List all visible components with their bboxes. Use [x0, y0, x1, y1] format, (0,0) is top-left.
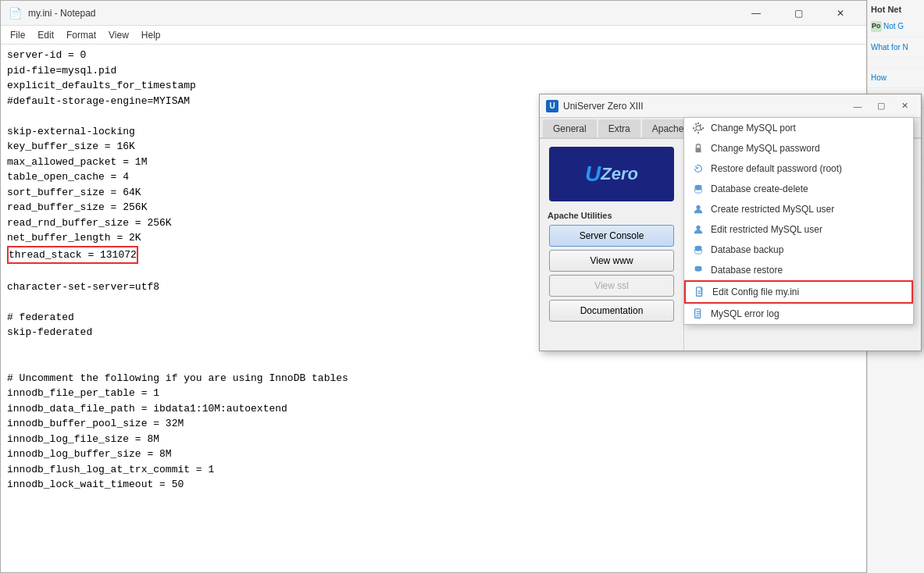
code-line: innodb_buffer_pool_size = 32M [7, 416, 860, 432]
dropdown-item-label: Change MySQL port [711, 123, 796, 133]
db-restore-icon [692, 264, 705, 276]
dropdown-item-label: Edit restricted MySQL user [711, 224, 822, 235]
uniserver-title: UniServer Zero XIII [563, 101, 644, 112]
menu-file[interactable]: File [4, 28, 31, 42]
restore-icon [692, 162, 705, 175]
uniserver-maximize[interactable]: ▢ [871, 98, 891, 115]
database-icon [692, 183, 705, 195]
uniserver-titlebar: U UniServer Zero XIII — ▢ ✕ [540, 94, 921, 118]
menu-help[interactable]: Help [135, 28, 167, 42]
log-icon [692, 308, 705, 320]
notepad-icon: 📄 [9, 7, 22, 20]
dropdown-item-label: Database restore [711, 265, 783, 276]
sidebar-item-2[interactable]: What for N [868, 37, 924, 58]
code-line: pid-file=mysql.pid [7, 63, 860, 79]
dropdown-item-label: Database backup [711, 244, 783, 255]
dropdown-item-label: Restore default password (root) [711, 163, 842, 174]
menu-edit[interactable]: Edit [31, 28, 60, 42]
documentation-button[interactable]: Documentation [549, 300, 674, 322]
tab-extra[interactable]: Extra [598, 119, 640, 137]
gear-icon [692, 122, 705, 134]
dropdown-item-label: Edit Config file my.ini [712, 286, 799, 297]
dropdown-change-password[interactable]: Change MySQL password [684, 138, 913, 158]
sidebar-item-1[interactable]: PoNot G [868, 16, 924, 37]
code-line: innodb_log_file_size = 8M [7, 432, 860, 447]
dropdown-create-user[interactable]: Create restricted MySQL user [684, 199, 913, 219]
user-edit-icon [692, 223, 705, 236]
dropdown-item-label: MySQL error log [711, 308, 780, 319]
server-console-button[interactable]: Server Console [549, 225, 674, 247]
dropdown-db-backup[interactable]: Database backup [684, 240, 913, 260]
dropdown-db-create[interactable]: Database create-delete [684, 179, 913, 199]
menu-format[interactable]: Format [60, 28, 102, 42]
svg-point-3 [696, 226, 700, 230]
uniserver-left-panel: UZero Apache Utilities Server Console Vi… [540, 139, 684, 351]
code-line: explicit_defaults_for_timestamp [7, 78, 860, 94]
hot-net-title: Hot Net [868, 0, 924, 16]
uniserver-logo: UZero [549, 147, 674, 201]
notepad-title: my.ini - Notepad [28, 8, 95, 19]
code-line: server-id = 0 [7, 48, 860, 63]
dropdown-db-restore[interactable]: Database restore [684, 260, 913, 280]
view-www-button[interactable]: View www [549, 250, 674, 272]
notepad-titlebar: 📄 my.ini - Notepad — ▢ ✕ [1, 1, 866, 26]
sidebar-item-3[interactable] [868, 58, 924, 68]
code-line: innodb_lock_wait_timeout = 50 [7, 477, 860, 493]
svg-point-2 [696, 205, 700, 209]
code-line: innodb_log_buffer_size = 8M [7, 447, 860, 462]
view-ssl-button[interactable]: View ssl [549, 275, 674, 297]
uniserver-close[interactable]: ✕ [894, 98, 915, 115]
backup-icon [692, 244, 705, 256]
uniserver-minimize[interactable]: — [847, 98, 868, 115]
maximize-button[interactable]: ▢ [780, 2, 816, 25]
tab-general[interactable]: General [543, 119, 597, 137]
code-line: # Uncomment the following if you are usi… [7, 371, 860, 386]
file-icon [694, 286, 706, 298]
dropdown-item-label: Create restricted MySQL user [711, 204, 834, 215]
uniserver-icon: U [546, 100, 558, 112]
dropdown-error-log[interactable]: MySQL error log [684, 304, 913, 324]
window-controls: — ▢ ✕ [738, 2, 858, 25]
close-button[interactable]: ✕ [822, 2, 858, 25]
dropdown-edit-config[interactable]: Edit Config file my.ini [684, 280, 913, 304]
dropdown-item-label: Change MySQL password [711, 143, 820, 154]
code-line [7, 355, 860, 371]
lock-icon [692, 142, 705, 155]
notepad-menubar: File Edit Format View Help [1, 26, 866, 44]
code-line: innodb_flush_log_at_trx_commit = 1 [7, 462, 860, 478]
sidebar-item-4[interactable]: How [868, 68, 924, 88]
minimize-button[interactable]: — [738, 2, 774, 25]
mysql-dropdown-menu: Change MySQL port Change MySQL password … [683, 117, 914, 325]
dropdown-change-port[interactable]: Change MySQL port [684, 118, 913, 138]
code-line: innodb_data_file_path = ibdata1:10M:auto… [7, 401, 860, 417]
dropdown-restore-password[interactable]: Restore default password (root) [684, 158, 913, 179]
code-line: innodb_file_per_table = 1 [7, 386, 860, 401]
menu-view[interactable]: View [102, 28, 135, 42]
dropdown-edit-user[interactable]: Edit restricted MySQL user [684, 219, 913, 240]
apache-utils-label: Apache Utilities [548, 211, 612, 220]
dropdown-item-label: Database create-delete [711, 183, 808, 194]
user-icon [692, 203, 705, 215]
svg-rect-0 [696, 148, 701, 152]
